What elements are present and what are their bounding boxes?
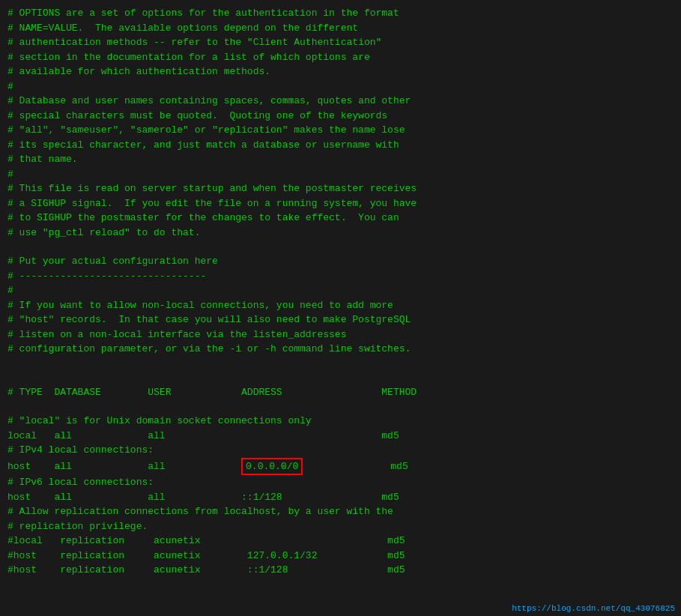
line-local-all: local all all md5 [7,429,674,444]
line-header: # TYPE DATABASE USER ADDRESS METHOD [7,385,674,400]
line-18: # -------------------------------- [7,269,674,284]
line-empty-2 [7,357,674,371]
line-13: # This file is read on server startup an… [7,181,674,196]
line-host-ipv6: host all all ::1/128 md5 [7,490,674,505]
line-20: # If you want to allow non-local connect… [7,298,674,313]
line-23: # configuration parameter, or via the -i… [7,342,674,357]
line-replication-local: #local replication acunetix md5 [7,534,674,549]
line-5: # available for which authentication met… [7,64,674,79]
line-16: # use "pg_ctl reload" to do that. [7,226,674,241]
line-replication-host1: #host replication acunetix 127.0.0.1/32 … [7,549,674,564]
line-8: # special characters must be quoted. Quo… [7,109,674,124]
line-4: # section in the documentation for a lis… [7,50,674,65]
line-10: # its special character, and just match … [7,138,674,153]
line-ipv4-comment: # IPv4 local connections: [7,443,674,458]
line-12: # [7,167,674,182]
line-replication-comment2: # replication privilege. [7,519,674,534]
terminal: # OPTIONS are a set of options for the a… [0,0,681,616]
line-ipv6-comment: # IPv6 local connections: [7,475,674,490]
line-9: # "all", "sameuser", "samerole" or "repl… [7,123,674,138]
line-7: # Database and user names containing spa… [7,94,674,109]
highlight-address: 0.0.0.0/0 [241,458,303,476]
line-empty-1 [7,240,674,254]
line-replication-comment1: # Allow replication connections from loc… [7,504,674,519]
line-19: # [7,283,674,298]
line-22: # listen on a non-local interface via th… [7,327,674,342]
line-host-ipv4: host all all 0.0.0.0/0 md5 [7,458,674,476]
line-14: # a SIGHUP signal. If you edit the file … [7,196,674,211]
line-21: # "host" records. In that case you will … [7,312,674,327]
line-17: # Put your actual configuration here [7,254,674,269]
line-2: # NAME=VALUE. The available options depe… [7,21,674,36]
line-local-comment: # "local" is for Unix domain socket conn… [7,414,674,429]
line-11: # that name. [7,152,674,167]
line-3: # authentication methods -- refer to the… [7,35,674,50]
line-empty-4 [7,399,674,414]
watermark: https://blog.csdn.net/qq_43076825 [512,604,675,613]
line-empty-3 [7,371,674,385]
line-1: # OPTIONS are a set of options for the a… [7,6,674,21]
line-15: # to SIGHUP the postmaster for the chang… [7,211,674,226]
line-6: # [7,79,674,94]
line-replication-host2: #host replication acunetix ::1/128 md5 [7,563,674,578]
